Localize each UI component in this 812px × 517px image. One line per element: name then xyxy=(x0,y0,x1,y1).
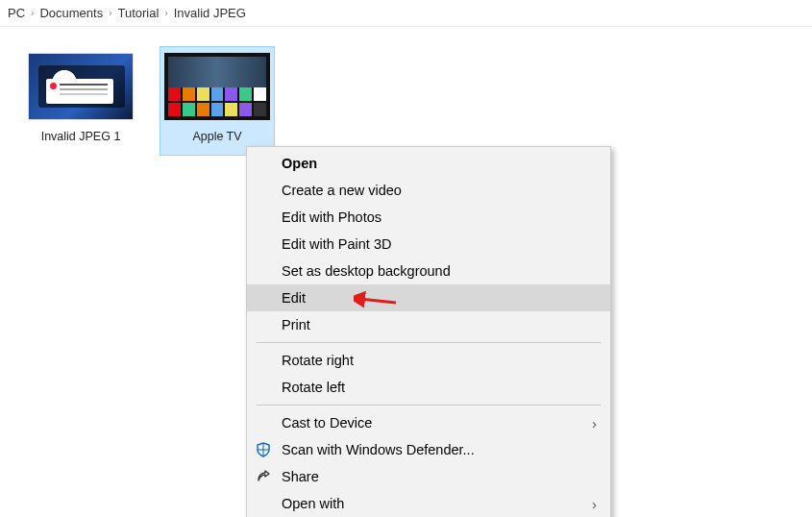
ctx-scan-defender[interactable]: Scan with Windows Defender... xyxy=(247,436,610,463)
breadcrumb[interactable]: PC › Documents › Tutorial › Invalid JPEG xyxy=(0,0,812,27)
share-icon xyxy=(255,468,272,485)
ctx-rotate-right[interactable]: Rotate right xyxy=(247,347,610,374)
ctx-label: Rotate right xyxy=(282,353,354,368)
folder-view[interactable]: Invalid JPEG 1 Apple TV Open Create a ne… xyxy=(0,27,812,175)
ctx-label: Scan with Windows Defender... xyxy=(282,442,475,457)
ctx-edit-photos[interactable]: Edit with Photos xyxy=(247,204,610,231)
separator xyxy=(257,405,601,406)
file-item[interactable]: Invalid JPEG 1 xyxy=(23,46,138,156)
ctx-label: Edit with Paint 3D xyxy=(282,236,391,252)
item-grid: Invalid JPEG 1 Apple TV xyxy=(23,46,789,156)
chevron-right-icon: › xyxy=(592,496,597,512)
ctx-label: Edit xyxy=(282,290,306,306)
file-thumbnail xyxy=(28,53,134,120)
file-label: Invalid JPEG 1 xyxy=(28,130,134,143)
separator xyxy=(257,342,601,343)
ctx-label: Rotate left xyxy=(282,380,345,395)
ctx-label: Share xyxy=(282,469,319,484)
breadcrumb-seg-documents[interactable]: Documents xyxy=(39,6,103,20)
ctx-label: Open with xyxy=(282,496,344,511)
chevron-right-icon: › xyxy=(164,8,167,18)
shield-icon xyxy=(255,441,272,458)
ctx-label: Edit with Photos xyxy=(282,209,381,225)
file-thumbnail xyxy=(164,53,270,120)
ctx-edit[interactable]: Edit xyxy=(247,284,610,311)
ctx-cast-to-device[interactable]: Cast to Device › xyxy=(247,409,610,436)
ctx-open[interactable]: Open xyxy=(247,150,610,177)
breadcrumb-seg-pc[interactable]: PC xyxy=(8,6,25,20)
ctx-open-with[interactable]: Open with › xyxy=(247,490,610,517)
ctx-label: Set as desktop background xyxy=(282,263,451,279)
ctx-set-desktop-bg[interactable]: Set as desktop background xyxy=(247,258,610,284)
ctx-label: Cast to Device xyxy=(282,415,372,431)
chevron-right-icon: › xyxy=(592,415,597,431)
file-item-selected[interactable]: Apple TV xyxy=(160,46,275,156)
ctx-edit-paint3d[interactable]: Edit with Paint 3D xyxy=(247,231,610,258)
ctx-create-video[interactable]: Create a new video xyxy=(247,177,610,204)
ctx-label: Create a new video xyxy=(282,183,402,198)
ctx-label: Open xyxy=(282,156,317,171)
ctx-share[interactable]: Share xyxy=(247,463,610,490)
breadcrumb-seg-current[interactable]: Invalid JPEG xyxy=(174,6,246,20)
breadcrumb-seg-tutorial[interactable]: Tutorial xyxy=(118,6,160,20)
ctx-rotate-left[interactable]: Rotate left xyxy=(247,374,610,401)
context-menu: Open Create a new video Edit with Photos… xyxy=(246,146,611,517)
chevron-right-icon: › xyxy=(109,8,111,18)
ctx-label: Print xyxy=(282,317,310,332)
file-label: Apple TV xyxy=(164,130,270,143)
chevron-right-icon: › xyxy=(31,8,34,18)
ctx-print[interactable]: Print xyxy=(247,311,610,338)
